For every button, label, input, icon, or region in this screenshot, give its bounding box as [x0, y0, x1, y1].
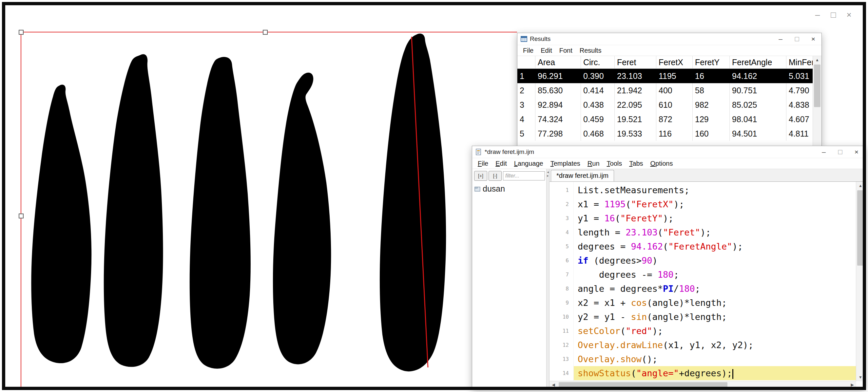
line-number: 9 — [550, 296, 574, 310]
code-line-5[interactable]: degrees = 94.162("FeretAngle"); — [574, 239, 856, 254]
menu-file[interactable]: File — [519, 47, 537, 54]
menu-results[interactable]: Results — [576, 47, 605, 54]
table-row[interactable]: 392.8940.43822.09561098285.0254.838 — [517, 98, 813, 112]
menu-file[interactable]: File — [474, 160, 492, 167]
code-line-2[interactable]: x1 = 1195("FeretX"); — [574, 197, 856, 211]
main-window-controls: –□× — [810, 9, 857, 20]
table-cell: 129 — [693, 112, 730, 126]
line-number: 3 — [550, 211, 574, 225]
editor-window-maximize-button[interactable]: □ — [832, 146, 848, 158]
scroll-down-icon[interactable]: ▼ — [856, 373, 865, 381]
main-window-maximize-button[interactable]: □ — [826, 9, 841, 20]
line-number: 14 — [550, 366, 574, 380]
table-cell: 0.459 — [581, 112, 615, 126]
splitter-expand-icon[interactable]: ▸ — [547, 174, 549, 177]
column-header[interactable]: FeretX — [656, 56, 693, 68]
column-header[interactable]: FeretAngle — [730, 56, 786, 68]
results-scrollbar-thumb[interactable] — [814, 65, 820, 107]
column-header[interactable]: Feret — [615, 56, 656, 68]
table-cell: 23.103 — [615, 69, 656, 83]
code-line-12[interactable]: Overlay.drawLine(x1, y1, x2, y2); — [574, 338, 856, 352]
results-window-maximize-button[interactable]: □ — [789, 33, 805, 45]
menu-edit[interactable]: Edit — [537, 47, 555, 54]
editor-window-minimize-button[interactable]: – — [815, 146, 832, 158]
main-window-minimize-button[interactable]: – — [810, 9, 826, 20]
scroll-left-icon[interactable]: ◀ — [550, 381, 557, 388]
code-line-7[interactable]: degrees -= 180; — [574, 267, 856, 282]
table-row[interactable]: 285.6300.41421.9424005890.7514.790 — [517, 83, 813, 98]
table-cell: 116 — [656, 126, 693, 141]
code-line-11[interactable]: setColor("red"); — [574, 324, 856, 338]
scroll-up-icon[interactable]: ▲ — [856, 182, 865, 190]
editor-vertical-scrollbar[interactable]: ▲ ▼ — [856, 182, 865, 381]
column-header[interactable]: Area — [535, 56, 581, 68]
column-header[interactable]: FeretY — [693, 56, 730, 68]
bean-shape — [273, 73, 331, 364]
roi-handle-top-center[interactable] — [263, 30, 268, 35]
menu-language[interactable]: Language — [510, 160, 547, 167]
table-row[interactable]: 577.2980.46819.53311616094.5014.811 — [517, 126, 813, 141]
table-cell: 0.414 — [581, 83, 615, 98]
bean-shape — [104, 54, 163, 367]
code-editor[interactable]: 1234567891011121314 List.setMeasurements… — [550, 182, 865, 388]
code-line-14[interactable]: showStatus("angle="+degrees); — [574, 366, 856, 380]
editor-icon — [475, 149, 482, 155]
table-cell: 1195 — [656, 69, 693, 83]
line-number: 10 — [550, 310, 574, 324]
table-row[interactable]: 196.2910.39023.10311951694.1625.031 — [517, 69, 813, 83]
menu-tools[interactable]: Tools — [603, 160, 626, 167]
roi-handle-left-center[interactable] — [19, 214, 24, 219]
code-line-4[interactable]: length = 23.103("Feret"); — [574, 225, 856, 239]
results-menubar: FileEditFontResults — [517, 45, 822, 56]
code-line-3[interactable]: y1 = 16("FeretY"); — [574, 211, 856, 225]
code-line-9[interactable]: x2 = x1 + cos(angle)*length; — [574, 296, 856, 310]
results-titlebar[interactable]: Results –□× — [517, 33, 822, 45]
tree-collapse-button[interactable]: [-] — [489, 171, 502, 181]
table-cell: 94.162 — [730, 69, 786, 83]
table-cell: 74.324 — [535, 112, 581, 126]
filter-input[interactable] — [503, 171, 545, 181]
table-cell: 1 — [517, 69, 535, 83]
editor-hscrollbar-thumb[interactable] — [559, 382, 727, 387]
line-number: 12 — [550, 338, 574, 352]
line-number: 11 — [550, 324, 574, 338]
table-cell: 77.298 — [535, 126, 581, 141]
code-line-6[interactable]: if (degrees>90) — [574, 254, 856, 267]
roi-handle-top-left[interactable] — [19, 30, 24, 35]
scroll-up-icon[interactable]: ▲ — [813, 56, 822, 64]
tree-expand-button[interactable]: [+] — [474, 171, 487, 181]
editor-titlebar[interactable]: *draw feret.ijm.ijm –□× — [472, 146, 865, 158]
table-cell: 5 — [517, 126, 535, 141]
column-header[interactable] — [517, 56, 535, 68]
results-scrollbar[interactable]: ▲ — [813, 56, 822, 146]
code-line-10[interactable]: y2 = y1 - sin(angle)*length; — [574, 310, 856, 324]
code-line-1[interactable]: List.setMeasurements; — [574, 183, 856, 197]
menu-run[interactable]: Run — [584, 160, 603, 167]
sidebar-splitter[interactable]: ◂▸ — [546, 169, 550, 388]
table-cell: 96.291 — [535, 69, 581, 83]
table-cell: 610 — [656, 98, 693, 112]
line-number: 13 — [550, 352, 574, 366]
code-line-13[interactable]: Overlay.show(); — [574, 352, 856, 366]
tree-item-dusan[interactable]: dusan — [474, 184, 545, 194]
table-row[interactable]: 474.3240.45919.52187212998.0414.607 — [517, 112, 813, 126]
column-header[interactable]: Circ. — [581, 56, 615, 68]
line-number: 8 — [550, 282, 574, 296]
menu-options[interactable]: Options — [647, 160, 677, 167]
scroll-right-icon[interactable]: ▶ — [848, 381, 856, 388]
editor-window-close-button[interactable]: × — [848, 146, 865, 158]
code-line-8[interactable]: angle = degrees*PI/180; — [574, 282, 856, 296]
tab-draw-feret[interactable]: *draw feret.ijm.ijm — [551, 170, 614, 182]
menu-templates[interactable]: Templates — [547, 160, 584, 167]
editor-horizontal-scrollbar[interactable]: ◀ ▶ — [550, 381, 856, 388]
results-window-close-button[interactable]: × — [805, 33, 822, 45]
menu-tabs[interactable]: Tabs — [625, 160, 647, 167]
menu-edit[interactable]: Edit — [492, 160, 510, 167]
editor-window-title: *draw feret.ijm.ijm — [485, 149, 534, 156]
menu-font[interactable]: Font — [556, 47, 576, 54]
editor-scrollbar-thumb[interactable] — [857, 190, 864, 266]
table-cell: 94.501 — [730, 126, 786, 141]
table-cell: 98.041 — [730, 112, 786, 126]
results-window-minimize-button[interactable]: – — [772, 33, 789, 45]
main-window-close-button[interactable]: × — [841, 9, 857, 20]
